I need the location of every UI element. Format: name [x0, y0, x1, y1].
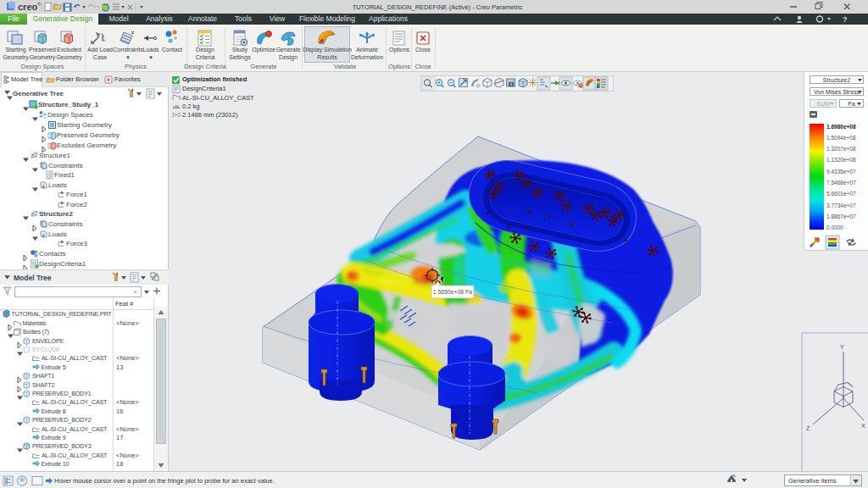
svg-text:creo: creo: [18, 2, 38, 12]
svg-text:®: ®: [37, 2, 42, 7]
svg-text:X: X: [861, 423, 865, 429]
svg-text:Y: Y: [840, 344, 844, 350]
svg-text:1.5650e+08 Pa: 1.5650e+08 Pa: [433, 289, 473, 295]
svg-text:Z: Z: [806, 425, 810, 431]
svg-text:?: ?: [843, 15, 848, 24]
